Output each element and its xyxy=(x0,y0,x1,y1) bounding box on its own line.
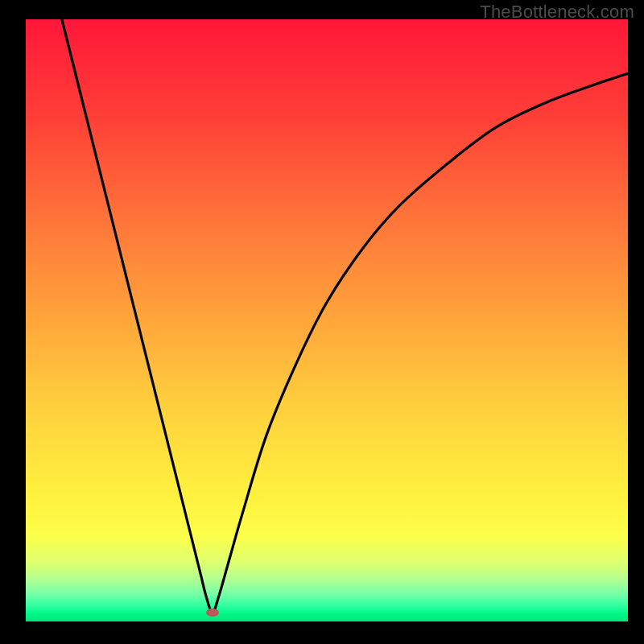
optimum-marker xyxy=(206,609,219,617)
chart-frame: TheBottleneck.com xyxy=(0,0,644,644)
plot-area xyxy=(26,19,628,621)
bottleneck-curve xyxy=(26,19,628,621)
